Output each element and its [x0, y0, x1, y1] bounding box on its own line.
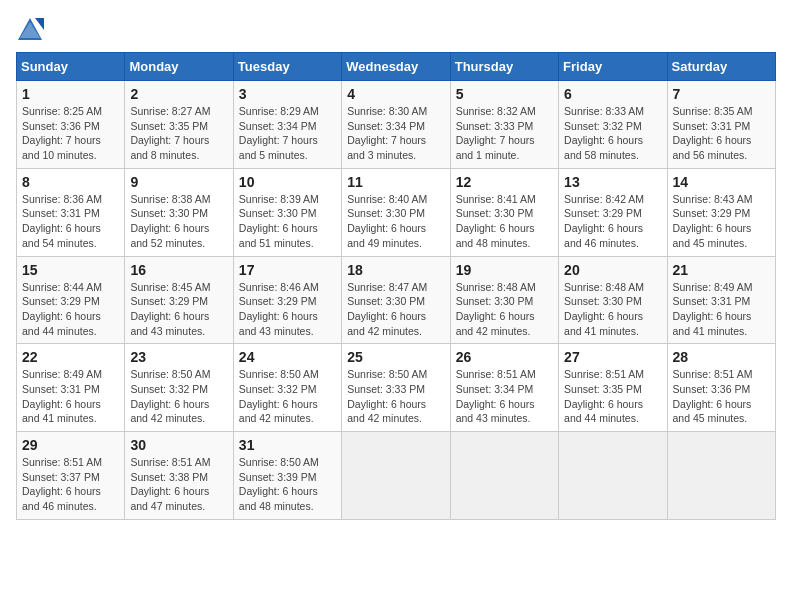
- calendar-day-28: 28Sunrise: 8:51 AMSunset: 3:36 PMDayligh…: [667, 344, 775, 432]
- calendar-day-1: 1Sunrise: 8:25 AMSunset: 3:36 PMDaylight…: [17, 81, 125, 169]
- calendar-day-26: 26Sunrise: 8:51 AMSunset: 3:34 PMDayligh…: [450, 344, 558, 432]
- calendar-day-14: 14Sunrise: 8:43 AMSunset: 3:29 PMDayligh…: [667, 168, 775, 256]
- calendar-week-4: 29Sunrise: 8:51 AMSunset: 3:37 PMDayligh…: [17, 432, 776, 520]
- calendar-day-2: 2Sunrise: 8:27 AMSunset: 3:35 PMDaylight…: [125, 81, 233, 169]
- calendar-day-30: 30Sunrise: 8:51 AMSunset: 3:38 PMDayligh…: [125, 432, 233, 520]
- calendar-week-2: 15Sunrise: 8:44 AMSunset: 3:29 PMDayligh…: [17, 256, 776, 344]
- calendar-day-17: 17Sunrise: 8:46 AMSunset: 3:29 PMDayligh…: [233, 256, 341, 344]
- column-header-friday: Friday: [559, 53, 667, 81]
- calendar-day-empty: [450, 432, 558, 520]
- calendar-day-25: 25Sunrise: 8:50 AMSunset: 3:33 PMDayligh…: [342, 344, 450, 432]
- column-header-saturday: Saturday: [667, 53, 775, 81]
- calendar-day-4: 4Sunrise: 8:30 AMSunset: 3:34 PMDaylight…: [342, 81, 450, 169]
- calendar-day-20: 20Sunrise: 8:48 AMSunset: 3:30 PMDayligh…: [559, 256, 667, 344]
- logo-icon: [16, 16, 44, 44]
- calendar-day-21: 21Sunrise: 8:49 AMSunset: 3:31 PMDayligh…: [667, 256, 775, 344]
- calendar-table: SundayMondayTuesdayWednesdayThursdayFrid…: [16, 52, 776, 520]
- calendar-day-5: 5Sunrise: 8:32 AMSunset: 3:33 PMDaylight…: [450, 81, 558, 169]
- calendar-day-9: 9Sunrise: 8:38 AMSunset: 3:30 PMDaylight…: [125, 168, 233, 256]
- calendar-day-6: 6Sunrise: 8:33 AMSunset: 3:32 PMDaylight…: [559, 81, 667, 169]
- header: [16, 16, 776, 44]
- calendar-day-7: 7Sunrise: 8:35 AMSunset: 3:31 PMDaylight…: [667, 81, 775, 169]
- logo: [16, 16, 48, 44]
- calendar-day-23: 23Sunrise: 8:50 AMSunset: 3:32 PMDayligh…: [125, 344, 233, 432]
- column-header-sunday: Sunday: [17, 53, 125, 81]
- calendar-day-8: 8Sunrise: 8:36 AMSunset: 3:31 PMDaylight…: [17, 168, 125, 256]
- calendar-day-19: 19Sunrise: 8:48 AMSunset: 3:30 PMDayligh…: [450, 256, 558, 344]
- svg-marker-1: [20, 22, 40, 38]
- calendar-day-10: 10Sunrise: 8:39 AMSunset: 3:30 PMDayligh…: [233, 168, 341, 256]
- calendar-day-29: 29Sunrise: 8:51 AMSunset: 3:37 PMDayligh…: [17, 432, 125, 520]
- calendar-day-15: 15Sunrise: 8:44 AMSunset: 3:29 PMDayligh…: [17, 256, 125, 344]
- calendar-day-13: 13Sunrise: 8:42 AMSunset: 3:29 PMDayligh…: [559, 168, 667, 256]
- calendar-day-22: 22Sunrise: 8:49 AMSunset: 3:31 PMDayligh…: [17, 344, 125, 432]
- column-header-thursday: Thursday: [450, 53, 558, 81]
- calendar-week-0: 1Sunrise: 8:25 AMSunset: 3:36 PMDaylight…: [17, 81, 776, 169]
- column-header-tuesday: Tuesday: [233, 53, 341, 81]
- calendar-day-3: 3Sunrise: 8:29 AMSunset: 3:34 PMDaylight…: [233, 81, 341, 169]
- column-header-monday: Monday: [125, 53, 233, 81]
- calendar-day-27: 27Sunrise: 8:51 AMSunset: 3:35 PMDayligh…: [559, 344, 667, 432]
- calendar-day-31: 31Sunrise: 8:50 AMSunset: 3:39 PMDayligh…: [233, 432, 341, 520]
- calendar-week-1: 8Sunrise: 8:36 AMSunset: 3:31 PMDaylight…: [17, 168, 776, 256]
- calendar-day-18: 18Sunrise: 8:47 AMSunset: 3:30 PMDayligh…: [342, 256, 450, 344]
- calendar-day-empty: [559, 432, 667, 520]
- calendar-header-row: SundayMondayTuesdayWednesdayThursdayFrid…: [17, 53, 776, 81]
- calendar-day-empty: [667, 432, 775, 520]
- column-header-wednesday: Wednesday: [342, 53, 450, 81]
- calendar-day-16: 16Sunrise: 8:45 AMSunset: 3:29 PMDayligh…: [125, 256, 233, 344]
- calendar-day-24: 24Sunrise: 8:50 AMSunset: 3:32 PMDayligh…: [233, 344, 341, 432]
- calendar-day-11: 11Sunrise: 8:40 AMSunset: 3:30 PMDayligh…: [342, 168, 450, 256]
- calendar-day-12: 12Sunrise: 8:41 AMSunset: 3:30 PMDayligh…: [450, 168, 558, 256]
- calendar-day-empty: [342, 432, 450, 520]
- svg-marker-2: [35, 18, 44, 30]
- calendar-week-3: 22Sunrise: 8:49 AMSunset: 3:31 PMDayligh…: [17, 344, 776, 432]
